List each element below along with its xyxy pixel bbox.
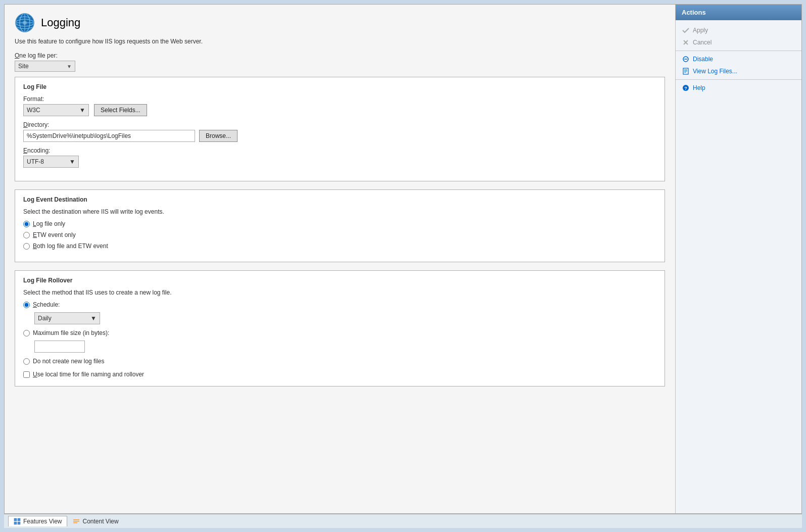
log-file-rollover-section: Log File Rollover Select the method that… — [15, 270, 665, 386]
disable-action[interactable]: Disable — [676, 53, 801, 65]
bottom-bar: Features View Content View — [4, 514, 802, 528]
features-view-icon — [14, 518, 21, 525]
content-area: Logging Use this feature to configure ho… — [5, 5, 675, 513]
cancel-action[interactable]: Cancel — [676, 36, 801, 49]
format-arrow-icon: ▼ — [79, 107, 85, 114]
format-label: Format: — [23, 95, 656, 103]
log-file-rollover-title: Log File Rollover — [23, 277, 656, 284]
radio-schedule[interactable]: Schedule: — [23, 301, 656, 308]
disable-label: Disable — [693, 56, 713, 63]
help-label: Help — [693, 84, 705, 91]
page-description: Use this feature to configure how IIS lo… — [15, 38, 665, 45]
cancel-icon — [682, 38, 690, 46]
format-select[interactable]: W3C ▼ — [23, 104, 89, 116]
select-arrow-icon: ▼ — [67, 64, 72, 69]
radio-do-not-create[interactable]: Do not create new log files — [23, 358, 656, 365]
svg-rect-17 — [14, 518, 17, 521]
help-icon: ? — [682, 84, 690, 92]
schedule-arrow-icon: ▼ — [90, 315, 97, 322]
rollover-description: Select the method that IIS uses to creat… — [23, 289, 656, 296]
radio-schedule-label: Schedule: — [33, 301, 60, 308]
log-event-description: Select the destination where IIS will wr… — [23, 208, 656, 215]
max-file-size-input[interactable] — [34, 341, 85, 353]
features-view-label: Features View — [23, 518, 62, 525]
encoding-row: Encoding: UTF-8 ▼ — [23, 147, 656, 168]
page-header: Logging — [15, 13, 665, 33]
svg-point-6 — [23, 21, 27, 25]
svg-rect-22 — [73, 521, 79, 522]
encoding-label: Encoding: — [23, 147, 656, 154]
schedule-row: Daily ▼ — [34, 312, 656, 324]
svg-rect-21 — [73, 519, 79, 520]
radio-etw-event-only[interactable]: ETW event only — [23, 231, 656, 238]
apply-icon — [682, 26, 690, 34]
main-container: Logging Use this feature to configure ho… — [4, 4, 802, 514]
radio-etw-label: ETW event only — [33, 231, 76, 238]
format-row: Format: W3C ▼ Select Fields... — [23, 95, 656, 116]
apply-action[interactable]: Apply — [676, 24, 801, 36]
encoding-select[interactable]: UTF-8 ▼ — [23, 156, 79, 168]
encoding-arrow-icon: ▼ — [69, 158, 75, 165]
content-view-label: Content View — [82, 518, 118, 525]
svg-text:?: ? — [684, 86, 687, 91]
disable-icon — [682, 55, 690, 63]
browse-button[interactable]: Browse... — [199, 130, 238, 142]
content-view-icon — [73, 518, 80, 525]
view-log-files-label: View Log Files... — [693, 68, 737, 75]
view-log-files-icon — [682, 67, 690, 75]
radio-log-file-only[interactable]: Log file only — [23, 220, 656, 227]
directory-label: Directory: — [23, 121, 656, 128]
features-view-tab[interactable]: Features View — [8, 516, 67, 526]
svg-rect-20 — [18, 522, 20, 524]
globe-icon — [15, 13, 35, 33]
view-log-files-action[interactable]: View Log Files... — [676, 65, 801, 77]
page-title: Logging — [41, 16, 80, 29]
svg-rect-18 — [18, 518, 20, 521]
content-view-tab[interactable]: Content View — [67, 516, 124, 527]
one-log-file-select[interactable]: Site ▼ — [15, 61, 75, 72]
radio-no-new-log-label: Do not create new log files — [33, 358, 104, 365]
select-fields-button[interactable]: Select Fields... — [94, 104, 147, 116]
svg-rect-19 — [14, 522, 17, 524]
outer-frame: Logging Use this feature to configure ho… — [0, 0, 806, 532]
directory-controls: Browse... — [23, 130, 656, 142]
apply-label: Apply — [693, 27, 708, 34]
schedule-select[interactable]: Daily ▼ — [34, 312, 100, 324]
use-local-time-label: Use local time for file naming and rollo… — [33, 371, 144, 378]
log-event-destination-section: Log Event Destination Select the destina… — [15, 189, 665, 262]
use-local-time-checkbox[interactable] — [23, 371, 30, 378]
actions-panel: Actions Apply — [675, 5, 801, 513]
log-event-destination-title: Log Event Destination — [23, 196, 656, 203]
svg-rect-23 — [73, 522, 77, 523]
radio-max-file-size[interactable]: Maximum file size (in bytes): — [23, 329, 656, 336]
log-file-section: Log File Format: W3C ▼ Select Fields... … — [15, 77, 665, 181]
radio-log-file-only-label: Log file only — [33, 220, 65, 227]
actions-header: Actions — [676, 5, 801, 20]
radio-both-label: Both log file and ETW event — [33, 243, 108, 250]
directory-input[interactable] — [23, 130, 195, 142]
directory-row: Directory: Browse... — [23, 121, 656, 142]
use-local-time-row[interactable]: Use local time for file naming and rollo… — [23, 371, 656, 378]
help-action[interactable]: ? Help — [676, 82, 801, 94]
log-file-title: Log File — [23, 83, 656, 90]
one-log-file-per-row: One log file per: Site ▼ — [15, 52, 665, 72]
actions-divider-1 — [676, 51, 801, 51]
format-controls: W3C ▼ Select Fields... — [23, 104, 656, 116]
actions-divider-2 — [676, 79, 801, 80]
actions-list: Apply Cancel — [676, 20, 801, 98]
log-event-radio-group: Log file only ETW event only Both log fi… — [23, 220, 656, 250]
one-log-file-label: One log file per: — [15, 52, 665, 59]
radio-both[interactable]: Both log file and ETW event — [23, 243, 656, 250]
rollover-radio-group: Schedule: Daily ▼ Maximum file size (in … — [23, 301, 656, 365]
radio-max-size-label: Maximum file size (in bytes): — [33, 329, 109, 336]
cancel-label: Cancel — [693, 39, 712, 46]
